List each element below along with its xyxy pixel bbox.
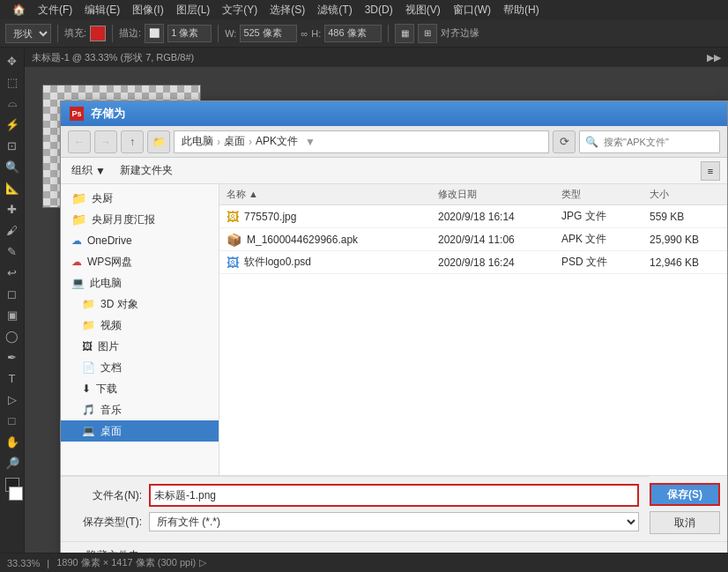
new-folder-button[interactable]: 新建文件夹	[116, 161, 176, 180]
zoom-tool[interactable]: 🔎	[3, 453, 22, 472]
folder-icon-yangchumonthly: 📁	[71, 212, 86, 227]
desktop-icon: 💻	[82, 425, 95, 437]
save-button[interactable]: 保存(S)	[650, 483, 720, 506]
menu-layer[interactable]: 图层(L)	[171, 1, 216, 19]
col-modified[interactable]: 修改日期	[438, 188, 561, 201]
breadcrumb-bar: 此电脑 › 桌面 › APK文件 ▼	[174, 130, 549, 153]
stroke-width-input[interactable]	[167, 25, 212, 42]
sidebar-item-music[interactable]: 🎵 音乐	[61, 399, 219, 420]
sidebar-item-downloads[interactable]: ⬇ 下载	[61, 378, 219, 399]
align-btn-2[interactable]: ⊞	[418, 24, 437, 43]
view-details-btn[interactable]: ≡	[701, 161, 720, 181]
sidebar-item-yangchumonthly[interactable]: 📁 央厨月度汇报	[61, 209, 219, 230]
menu-3d[interactable]: 3D(D)	[360, 2, 398, 18]
filename-input[interactable]	[151, 486, 637, 505]
search-input[interactable]	[604, 137, 701, 147]
left-tools-panel: ✥ ⬚ ⌓ ⚡ ⊡ 🔍 📐 ✚ 🖌 ✎ ↩ ◻ ▣ ◯ ✒ T ▷ □ ✋ 🔎	[0, 48, 25, 553]
menu-window[interactable]: 窗口(W)	[448, 1, 496, 19]
sidebar-item-3d[interactable]: 📁 3D 对象	[61, 293, 219, 315]
dialog-bottom-area: 文件名(N): 保存类型(T): 所有文件 (*.*)	[61, 475, 727, 541]
refresh-btn[interactable]: ⟳	[553, 130, 576, 153]
ruler-tool[interactable]: 📐	[3, 178, 22, 197]
lasso-tool[interactable]: ⌓	[3, 93, 22, 113]
menu-file[interactable]: 文件(F)	[33, 1, 78, 19]
sidebar-item-documents[interactable]: 📄 文档	[61, 357, 219, 378]
breadcrumb-apk[interactable]: APK文件	[256, 134, 298, 149]
spot-heal-tool[interactable]: ✚	[3, 199, 22, 219]
nav-forward-btn[interactable]: →	[94, 130, 117, 153]
brush-tool[interactable]: 🖌	[3, 220, 22, 240]
crop-tool[interactable]: ⊡	[3, 136, 22, 155]
sidebar-item-pictures[interactable]: 🖼 图片	[61, 336, 219, 357]
menu-select[interactable]: 选择(S)	[264, 1, 310, 19]
shape-select[interactable]: 形状	[5, 24, 51, 43]
shape-tool[interactable]: □	[3, 411, 22, 430]
stroke-color-btn[interactable]: ⬜	[145, 24, 164, 43]
col-type[interactable]: 类型	[561, 188, 650, 201]
menu-edit[interactable]: 编辑(E)	[79, 1, 125, 19]
menu-item-home[interactable]: 🏠	[7, 2, 31, 18]
music-icon: 🎵	[82, 404, 95, 416]
sidebar-item-wps[interactable]: ☁ WPS网盘	[61, 251, 219, 272]
sidebar-item-video[interactable]: 📁 视频	[61, 315, 219, 336]
menu-text[interactable]: 文字(Y)	[217, 1, 263, 19]
selection-tool[interactable]: ⬚	[3, 72, 22, 92]
col-name[interactable]: 名称 ▲	[227, 188, 438, 201]
pen-tool[interactable]: ✒	[3, 347, 22, 367]
sidebar-label-onedrive: OneDrive	[87, 234, 132, 247]
dodge-tool[interactable]: ◯	[3, 326, 22, 345]
hand-tool[interactable]: ✋	[3, 432, 22, 451]
status-divider: |	[47, 558, 49, 568]
status-nav-icon: ▷	[199, 557, 206, 568]
clone-stamp-tool[interactable]: ✎	[3, 241, 22, 261]
background-color[interactable]	[9, 487, 23, 501]
text-tool[interactable]: T	[3, 368, 22, 388]
eyedropper-tool[interactable]: 🔍	[3, 157, 22, 176]
col-size[interactable]: 大小	[650, 188, 720, 201]
folder-icon-yangchu: 📁	[71, 191, 86, 205]
file-size-1: 25,990 KB	[650, 234, 720, 246]
menu-view[interactable]: 视图(V)	[400, 1, 446, 19]
org-button[interactable]: 组织 ▼	[68, 161, 109, 180]
file-name-cell-0: 🖼 775570.jpg	[227, 210, 438, 224]
hide-folder-label: 隐藏文件夹	[86, 548, 139, 553]
sidebar-label-yangchumonthly: 央厨月度汇报	[92, 212, 155, 227]
gradient-tool[interactable]: ▣	[3, 305, 22, 324]
dialog-title-bar: Ps 存储为	[61, 101, 727, 126]
file-row-1[interactable]: 📦 M_1600044629966.apk 2020/9/14 11:06 AP…	[219, 228, 727, 251]
sidebar-item-yangchu[interactable]: 📁 央厨	[61, 188, 219, 209]
sidebar-label-music: 音乐	[100, 403, 122, 418]
sidebar-item-onedrive[interactable]: ☁ OneDrive	[61, 230, 219, 251]
view-options: ≡	[701, 161, 720, 181]
breadcrumb-desktop[interactable]: 桌面	[224, 134, 245, 149]
filename-label: 文件名(N):	[71, 488, 142, 503]
width-input[interactable]	[240, 25, 297, 42]
filetype-select[interactable]: 所有文件 (*.*)	[149, 512, 639, 531]
dialog-footer: ▲ 隐藏文件夹	[61, 541, 727, 553]
path-select-tool[interactable]: ▷	[3, 390, 22, 409]
sidebar-item-desktop[interactable]: 💻 桌面	[61, 420, 219, 442]
menu-help[interactable]: 帮助(H)	[498, 1, 545, 19]
nav-back-btn[interactable]: ←	[68, 130, 91, 153]
breadcrumb-pc[interactable]: 此电脑	[182, 134, 213, 149]
menu-image[interactable]: 图像(I)	[127, 1, 168, 19]
magic-wand-tool[interactable]: ⚡	[3, 115, 22, 134]
file-row-2[interactable]: 🖼 软件logo0.psd 2020/9/18 16:24 PSD 文件 12,…	[219, 251, 727, 274]
history-brush-tool[interactable]: ↩	[3, 263, 22, 282]
file-type-0: JPG 文件	[561, 209, 650, 224]
breadcrumb-sep-1: ›	[217, 136, 220, 148]
sidebar-item-thispc[interactable]: 💻 此电脑	[61, 272, 219, 293]
breadcrumb-dropdown[interactable]: ▼	[305, 136, 316, 148]
file-row-0[interactable]: 🖼 775570.jpg 2020/9/18 16:14 JPG 文件 559 …	[219, 205, 727, 228]
cancel-button[interactable]: 取消	[650, 511, 720, 534]
link-icon[interactable]: ∞	[301, 28, 308, 39]
hide-folder-button[interactable]: ▲ 隐藏文件夹	[71, 548, 139, 553]
menu-filter[interactable]: 滤镜(T)	[312, 1, 357, 19]
eraser-tool[interactable]: ◻	[3, 284, 22, 303]
align-btn-1[interactable]: ▦	[395, 24, 414, 43]
move-tool[interactable]: ✥	[3, 51, 22, 71]
fill-color-swatch[interactable]	[90, 26, 106, 41]
height-input[interactable]	[324, 25, 382, 42]
nav-up-btn[interactable]: ↑	[121, 130, 144, 153]
file-type-1: APK 文件	[561, 232, 650, 247]
